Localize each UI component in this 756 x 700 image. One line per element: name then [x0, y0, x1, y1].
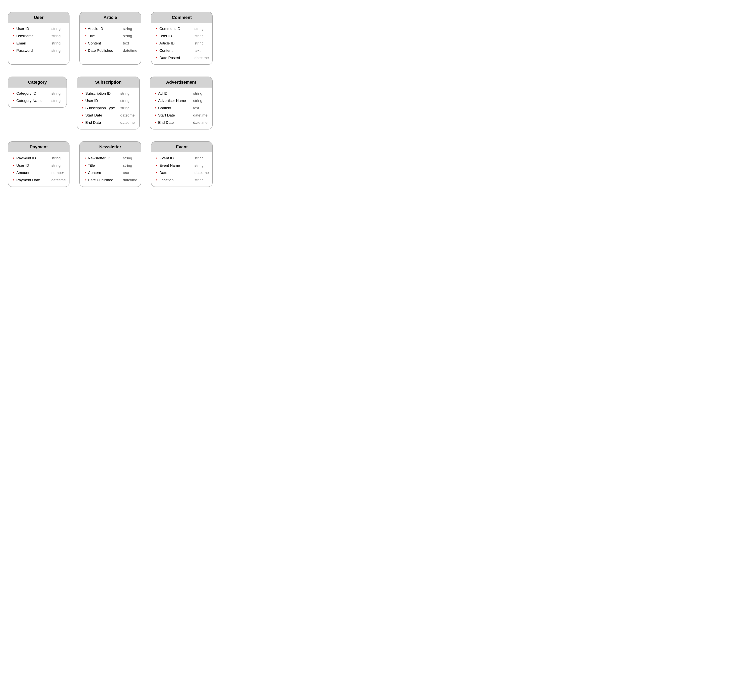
entity-header: Article [80, 12, 141, 23]
entity-card-advertisement: Advertisement•Ad IDstring•Advertiser Nam… [150, 77, 213, 130]
entity-row: •Date Publisheddatetime [85, 178, 136, 182]
field-type: datetime [120, 113, 135, 117]
entity-row: •Titlestring [85, 163, 136, 168]
bullet-icon: • [13, 156, 14, 160]
field-name: Date Published [88, 48, 119, 53]
field-type: string [120, 91, 129, 95]
field-name: Password [16, 48, 48, 53]
entity-row: •Contenttext [85, 170, 136, 175]
bullet-icon: • [82, 98, 83, 103]
entity-row: •Locationstring [156, 178, 208, 182]
field-name: Subscription Type [85, 106, 117, 110]
entity-body: •Comment IDstring•User IDstring•Article … [152, 23, 212, 64]
entity-row: •Contenttext [85, 41, 136, 45]
bullet-icon: • [85, 178, 86, 182]
entity-row: •Datedatetime [156, 170, 208, 175]
entity-row: •Event Namestring [156, 163, 208, 168]
bullet-icon: • [156, 178, 158, 182]
entity-body: •Event IDstring•Event Namestring•Datedat… [152, 152, 212, 187]
field-name: Category Name [16, 98, 48, 103]
entity-row: •Titlestring [85, 34, 136, 38]
entity-row: •Ad IDstring [155, 91, 208, 95]
entity-row: •Advertiser Namestring [155, 98, 208, 103]
row3-grid: Payment•Payment IDstring•User IDstring•A… [8, 141, 213, 187]
bullet-icon: • [156, 163, 158, 168]
entity-header: Event [152, 142, 212, 152]
entity-row: •Emailstring [13, 41, 64, 45]
entity-header: Category [8, 77, 67, 88]
entity-header: Payment [8, 142, 69, 152]
bullet-icon: • [156, 34, 158, 38]
field-type: string [193, 91, 202, 95]
entity-row: •Payment Datedatetime [13, 178, 64, 182]
field-type: string [52, 156, 60, 160]
row2-grid: Category•Category IDstring•Category Name… [8, 77, 213, 130]
bullet-icon: • [156, 170, 158, 175]
field-type: datetime [193, 113, 208, 117]
entity-body: •Subscription IDstring•User IDstring•Sub… [77, 88, 139, 129]
field-name: Newsletter ID [88, 156, 119, 160]
bullet-icon: • [155, 113, 156, 117]
field-name: Date Published [88, 178, 119, 182]
field-type: string [52, 27, 60, 31]
field-type: datetime [123, 178, 137, 182]
field-name: Start Date [158, 113, 189, 117]
entity-header: Advertisement [150, 77, 212, 88]
bullet-icon: • [82, 106, 83, 110]
bullet-icon: • [13, 178, 14, 182]
bullet-icon: • [156, 27, 158, 31]
field-type: string [120, 106, 129, 110]
bullet-icon: • [13, 98, 14, 103]
field-type: string [52, 41, 60, 45]
entity-row: •End Datedatetime [82, 120, 135, 125]
entity-row: •User IDstring [13, 163, 64, 168]
field-type: datetime [120, 120, 135, 125]
bullet-icon: • [82, 91, 83, 95]
entity-body: •Payment IDstring•User IDstring•Amountnu… [8, 152, 69, 187]
entity-row: •Newsletter IDstring [85, 156, 136, 160]
bullet-icon: • [85, 41, 86, 45]
field-name: Username [16, 34, 48, 38]
bullet-icon: • [13, 27, 14, 31]
field-type: string [52, 163, 60, 168]
field-type: string [123, 27, 132, 31]
field-name: Payment Date [16, 178, 48, 182]
field-name: Event Name [160, 163, 191, 168]
bullet-icon: • [13, 48, 14, 53]
bullet-icon: • [156, 48, 158, 53]
entity-row: •Start Datedatetime [155, 113, 208, 117]
field-name: Content [160, 48, 191, 53]
field-name: Start Date [85, 113, 117, 117]
field-type: datetime [123, 48, 137, 53]
bullet-icon: • [82, 120, 83, 125]
bullet-icon: • [156, 56, 158, 60]
entity-row: •Comment IDstring [156, 27, 208, 31]
entity-row: •Contenttext [155, 106, 208, 110]
field-type: string [123, 163, 132, 168]
field-type: string [194, 163, 203, 168]
field-name: Location [160, 178, 191, 182]
entity-row: •Payment IDstring [13, 156, 64, 160]
field-type: string [52, 91, 60, 95]
entity-row: •User IDstring [82, 98, 135, 103]
field-name: User ID [85, 98, 117, 103]
field-type: text [123, 170, 129, 175]
entity-body: •Article IDstring•Titlestring•Contenttex… [80, 23, 141, 57]
field-type: datetime [193, 120, 208, 125]
bullet-icon: • [13, 91, 14, 95]
field-name: End Date [85, 120, 117, 125]
field-type: datetime [52, 178, 66, 182]
field-type: string [123, 156, 132, 160]
entity-row: •Usernamestring [13, 34, 64, 38]
entity-header: Subscription [77, 77, 139, 88]
entity-row: •Amountnumber [13, 170, 64, 175]
entity-header: Comment [152, 12, 212, 23]
entity-body: •Category IDstring•Category Namestring [8, 88, 67, 107]
field-type: string [194, 34, 203, 38]
field-type: text [193, 106, 199, 110]
field-name: Article ID [160, 41, 191, 45]
field-name: Email [16, 41, 48, 45]
entity-body: •Newsletter IDstring•Titlestring•Content… [80, 152, 141, 187]
entity-row: •Passwordstring [13, 48, 64, 53]
field-type: string [52, 48, 60, 53]
